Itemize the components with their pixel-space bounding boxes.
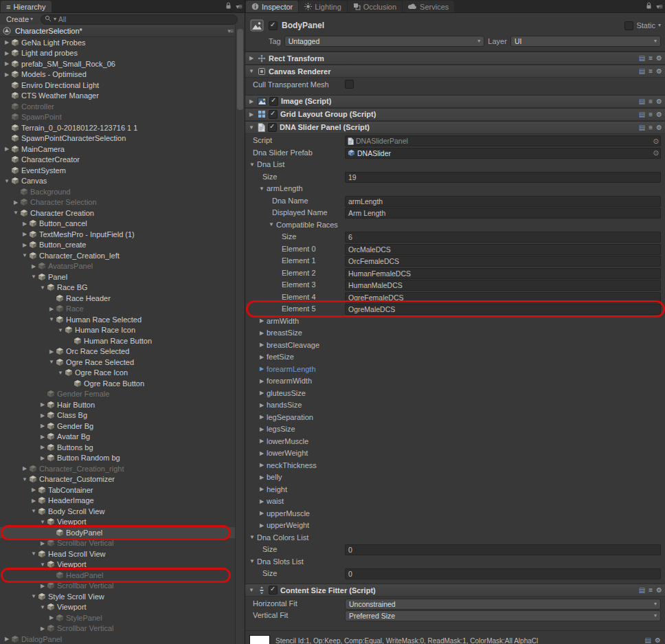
hierarchy-item[interactable]: ▶Character Selection bbox=[0, 197, 236, 208]
hierarchy-item[interactable]: ▶Models - Optimised bbox=[0, 69, 236, 80]
help-icon[interactable]: ▤ bbox=[639, 124, 645, 131]
gameobject-type-icon[interactable] bbox=[249, 18, 264, 33]
foldout-icon[interactable]: ▶ bbox=[3, 39, 11, 45]
settings-gear-icon[interactable]: ⚙ bbox=[656, 124, 662, 131]
foldout-icon[interactable]: ▶ bbox=[47, 614, 56, 621]
hierarchy-item[interactable]: Race Header bbox=[0, 293, 236, 304]
hierarchy-item[interactable]: ▶prefab_SM_Small_Rock_06 bbox=[0, 58, 236, 69]
lock-icon[interactable] bbox=[646, 2, 652, 11]
hierarchy-item[interactable]: CTS Weather Manager bbox=[0, 91, 236, 102]
hierarchy-item[interactable]: BodyPanel bbox=[0, 527, 236, 538]
preset-icon[interactable]: ≡ bbox=[649, 111, 653, 118]
text-field[interactable]: 0 bbox=[345, 544, 661, 555]
hierarchy-item[interactable]: ▼Character_Creation_left bbox=[0, 250, 236, 261]
hierarchy-item[interactable]: ▼Body Scroll View bbox=[0, 506, 236, 517]
foldout-icon[interactable]: ▶ bbox=[21, 221, 29, 227]
object-picker-icon[interactable]: ⊙ bbox=[653, 137, 659, 145]
tab-hierarchy[interactable]: ≡ Hierarchy bbox=[1, 1, 52, 12]
foldout-icon[interactable]: ▼ bbox=[12, 210, 20, 216]
foldout-icon[interactable]: ▶ bbox=[258, 366, 265, 372]
foldout-icon[interactable]: ▶ bbox=[258, 438, 265, 444]
foldout-icon[interactable]: ▶ bbox=[38, 423, 47, 429]
help-icon[interactable]: ▤ bbox=[639, 98, 645, 105]
hierarchy-item[interactable]: ▼Viewport bbox=[0, 517, 236, 528]
hierarchy-item[interactable]: ▶Character_Creation_right bbox=[0, 463, 236, 474]
panel-menu-icon[interactable]: ▾≡ bbox=[236, 3, 242, 10]
component-enabled-checkbox[interactable] bbox=[269, 110, 278, 119]
foldout-icon[interactable]: ▶ bbox=[258, 330, 265, 336]
foldout-icon[interactable]: ▼ bbox=[47, 359, 56, 365]
foldout-icon[interactable]: ▼ bbox=[3, 178, 11, 184]
hierarchy-item[interactable]: SpawnPoint bbox=[0, 112, 236, 123]
panel-menu-icon[interactable]: ▾≡ bbox=[656, 3, 662, 10]
hierarchy-item[interactable]: CharacterCreator bbox=[0, 155, 236, 166]
hierarchy-item[interactable]: ▼Human Race Selected bbox=[0, 314, 236, 325]
component-enabled-checkbox[interactable] bbox=[269, 586, 278, 595]
foldout-icon[interactable]: ▶ bbox=[258, 462, 265, 468]
hierarchy-item[interactable]: Gender Female bbox=[0, 389, 236, 400]
component-header[interactable]: ▶Rect Transform▤≡⚙ bbox=[245, 52, 665, 65]
hierarchy-item[interactable]: ▼Panel bbox=[0, 271, 236, 282]
hierarchy-item[interactable]: SpawnPointCharacterSelection bbox=[0, 133, 236, 144]
foldout-icon[interactable]: ▼ bbox=[30, 593, 38, 599]
help-icon[interactable]: ▤ bbox=[639, 67, 645, 75]
text-field[interactable]: HumanFemaleDCS bbox=[345, 268, 661, 279]
preset-icon[interactable]: ≡ bbox=[649, 98, 653, 105]
text-field[interactable]: OgreMaleDCS bbox=[345, 304, 661, 315]
foldout-icon[interactable]: ▶ bbox=[258, 486, 265, 492]
foldout-icon[interactable]: ▼ bbox=[249, 534, 256, 540]
scrollbar-thumb[interactable] bbox=[237, 29, 243, 110]
foldout-icon[interactable]: ▶ bbox=[258, 522, 265, 529]
hierarchy-item[interactable]: ▶Buttons bg bbox=[0, 442, 236, 453]
hierarchy-item[interactable]: ▶Race bbox=[0, 304, 236, 315]
component-header[interactable]: ▼Canvas Renderer▤≡⚙ bbox=[245, 65, 665, 78]
foldout-icon[interactable]: ▶ bbox=[47, 306, 56, 312]
hierarchy-item[interactable]: ▶Class Bg bbox=[0, 410, 236, 421]
foldout-icon[interactable]: ▶ bbox=[3, 71, 11, 78]
dropdown[interactable]: Unconstrained▾ bbox=[345, 599, 661, 610]
foldout-icon[interactable]: ▶ bbox=[3, 636, 11, 642]
help-icon[interactable]: ▤ bbox=[639, 111, 645, 118]
preset-icon[interactable]: ≡ bbox=[649, 586, 653, 594]
foldout-icon[interactable]: ▼ bbox=[38, 285, 47, 291]
foldout-icon[interactable]: ▶ bbox=[258, 426, 265, 432]
hierarchy-item[interactable]: ▶Scrollbar Vertical bbox=[0, 623, 236, 634]
foldout-icon[interactable]: ▼ bbox=[30, 274, 38, 280]
foldout-icon[interactable]: ▶ bbox=[21, 231, 29, 237]
foldout-icon[interactable]: ▼ bbox=[249, 558, 256, 564]
hierarchy-item[interactable]: Terrain_0_0-20180122-123716 1 1 bbox=[0, 122, 236, 133]
hierarchy-item[interactable]: ▶Gender Bg bbox=[0, 421, 236, 432]
tab-services[interactable]: Services bbox=[403, 1, 454, 12]
hierarchy-item[interactable]: ▼Ogre Race Icon bbox=[0, 368, 236, 379]
foldout-icon[interactable]: ▶ bbox=[21, 465, 29, 471]
foldout-icon[interactable]: ▶ bbox=[258, 402, 265, 408]
text-field[interactable]: HumanMaleDCS bbox=[345, 280, 661, 291]
hierarchy-item[interactable]: ▼Ogre Race Selected bbox=[0, 357, 236, 368]
text-field[interactable]: OgreFemaleDCS bbox=[345, 292, 661, 303]
foldout-icon[interactable]: ▶ bbox=[3, 146, 11, 152]
checkbox[interactable] bbox=[345, 80, 354, 89]
hierarchy-item[interactable]: ▶Scrollbar Vertical bbox=[0, 581, 236, 592]
foldout-icon[interactable]: ▼ bbox=[21, 476, 29, 482]
hierarchy-item[interactable]: ▶AvatarsPanel bbox=[0, 261, 236, 272]
hierarchy-item[interactable]: ▶Orc Race Selected bbox=[0, 346, 236, 357]
foldout-icon[interactable]: ▶ bbox=[38, 401, 47, 408]
hierarchy-item[interactable]: ▶Light and probes bbox=[0, 48, 236, 59]
text-field[interactable]: armLength bbox=[345, 196, 661, 207]
hierarchy-item[interactable]: ▶StylePanel bbox=[0, 612, 236, 623]
text-field[interactable]: OrcMaleDCS bbox=[345, 244, 661, 255]
foldout-icon[interactable]: ▼ bbox=[248, 587, 255, 593]
hierarchy-item[interactable]: ▶Button Random bg bbox=[0, 453, 236, 464]
foldout-icon[interactable]: ▶ bbox=[3, 50, 11, 56]
hierarchy-item[interactable]: Ogre Race Button bbox=[0, 378, 236, 389]
layer-dropdown[interactable]: UI ▾ bbox=[510, 36, 661, 47]
foldout-icon[interactable]: ▼ bbox=[30, 551, 38, 557]
hierarchy-item[interactable]: ▼Style Scroll View bbox=[0, 591, 236, 602]
hierarchy-item[interactable]: ▶Button_cancel bbox=[0, 219, 236, 230]
foldout-icon[interactable]: ▶ bbox=[248, 55, 255, 61]
component-header[interactable]: ▶Image (Script)▤≡⚙ bbox=[245, 95, 665, 108]
hierarchy-item[interactable]: ▶MainCamera bbox=[0, 144, 236, 155]
hierarchy-item[interactable]: ▶TabContainer bbox=[0, 485, 236, 496]
hierarchy-item[interactable]: Human Race Button bbox=[0, 335, 236, 346]
foldout-icon[interactable]: ▶ bbox=[38, 455, 47, 461]
